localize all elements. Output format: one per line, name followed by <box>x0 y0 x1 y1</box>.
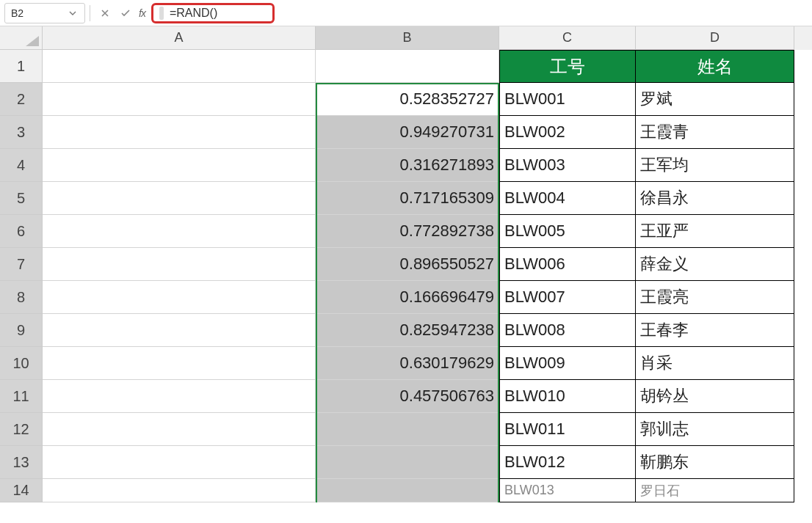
cell[interactable]: 王军均 <box>636 149 794 182</box>
cell[interactable]: BLW011 <box>499 413 636 446</box>
table-row: 4 0.316271893 BLW003 王军均 <box>0 149 812 182</box>
table-row: 13 BLW012 靳鹏东 <box>0 446 812 479</box>
cell[interactable]: BLW013 <box>499 479 636 502</box>
row-header[interactable]: 5 <box>0 182 43 215</box>
cell[interactable] <box>43 281 316 314</box>
cell[interactable]: 罗日石 <box>636 479 794 502</box>
row-header[interactable]: 8 <box>0 281 43 314</box>
confirm-formula-button[interactable] <box>117 4 134 22</box>
table-row: 12 BLW011 郭训志 <box>0 413 812 446</box>
row-header[interactable]: 1 <box>0 50 43 83</box>
column-header-A[interactable]: A <box>43 26 316 50</box>
formula-input[interactable]: =RAND() <box>170 7 217 20</box>
fx-icon[interactable]: fx <box>139 7 145 19</box>
column-header-D[interactable]: D <box>636 26 794 50</box>
row-header[interactable]: 7 <box>0 248 43 281</box>
cell[interactable]: 徐昌永 <box>636 182 794 215</box>
cell[interactable]: 胡钤丛 <box>636 380 794 413</box>
table-row: 8 0.166696479 BLW007 王霞亮 <box>0 281 812 314</box>
cell[interactable]: 罗斌 <box>636 83 794 116</box>
cell[interactable]: 0.316271893 <box>316 149 499 182</box>
formula-bar: B2 fx =RAND() <box>0 0 812 26</box>
table-row: 3 0.949270731 BLW002 王霞青 <box>0 116 812 149</box>
cell[interactable]: 0.528352727 <box>316 83 499 116</box>
row-header[interactable]: 14 <box>0 479 43 502</box>
cell[interactable]: 薛金义 <box>636 248 794 281</box>
cell[interactable] <box>43 413 316 446</box>
cell[interactable] <box>43 446 316 479</box>
cell[interactable]: 0.949270731 <box>316 116 499 149</box>
name-box[interactable]: B2 <box>4 3 85 23</box>
cell[interactable]: BLW006 <box>499 248 636 281</box>
cell[interactable]: BLW004 <box>499 182 636 215</box>
table-row: 2 0.528352727 BLW001 罗斌 <box>0 83 812 116</box>
cell[interactable]: 0.457506763 <box>316 380 499 413</box>
cell[interactable] <box>316 413 499 446</box>
row-header[interactable]: 10 <box>0 347 43 380</box>
column-header-C[interactable]: C <box>499 26 636 50</box>
cell[interactable]: 靳鹏东 <box>636 446 794 479</box>
column-header-row: A B C D <box>0 26 812 50</box>
select-all-corner[interactable] <box>0 26 43 50</box>
row-header[interactable]: 12 <box>0 413 43 446</box>
cell[interactable] <box>43 50 316 83</box>
chevron-down-icon[interactable] <box>67 7 79 19</box>
row-header[interactable]: 13 <box>0 446 43 479</box>
cancel-formula-button[interactable] <box>96 4 114 22</box>
cell[interactable]: 肖采 <box>636 347 794 380</box>
cell[interactable] <box>43 380 316 413</box>
cell[interactable]: 0.896550527 <box>316 248 499 281</box>
cell[interactable] <box>43 215 316 248</box>
cell[interactable] <box>43 314 316 347</box>
cell[interactable] <box>43 248 316 281</box>
cell[interactable]: 王霞青 <box>636 116 794 149</box>
cell[interactable] <box>316 479 499 502</box>
row-header[interactable]: 9 <box>0 314 43 347</box>
table-row: 5 0.717165309 BLW004 徐昌永 <box>0 182 812 215</box>
table-row: 11 0.457506763 BLW010 胡钤丛 <box>0 380 812 413</box>
row-header[interactable]: 3 <box>0 116 43 149</box>
cell[interactable] <box>43 83 316 116</box>
cell[interactable] <box>43 479 316 502</box>
cell[interactable]: 郭训志 <box>636 413 794 446</box>
row-header[interactable]: 11 <box>0 380 43 413</box>
cell[interactable] <box>43 347 316 380</box>
row-header[interactable]: 2 <box>0 83 43 116</box>
cell[interactable]: BLW001 <box>499 83 636 116</box>
cell[interactable]: 0.825947238 <box>316 314 499 347</box>
cell[interactable]: BLW003 <box>499 149 636 182</box>
cell[interactable]: 王春李 <box>636 314 794 347</box>
column-title-workid[interactable]: 工号 <box>499 50 636 83</box>
table-row: 14 BLW013 罗日石 <box>0 479 812 502</box>
column-title-name[interactable]: 姓名 <box>636 50 794 83</box>
cell[interactable]: 0.717165309 <box>316 182 499 215</box>
cell[interactable] <box>43 116 316 149</box>
cell[interactable]: 王霞亮 <box>636 281 794 314</box>
cell[interactable] <box>316 446 499 479</box>
cell-reference: B2 <box>11 7 23 19</box>
cell[interactable]: 0.630179629 <box>316 347 499 380</box>
table-row: 6 0.772892738 BLW005 王亚严 <box>0 215 812 248</box>
cell[interactable]: 0.166696479 <box>316 281 499 314</box>
cell[interactable]: 王亚严 <box>636 215 794 248</box>
column-header-B[interactable]: B <box>316 26 499 50</box>
cell[interactable]: BLW009 <box>499 347 636 380</box>
cell[interactable]: BLW008 <box>499 314 636 347</box>
table-row: 1 工号 姓名 <box>0 50 812 83</box>
cell[interactable] <box>43 149 316 182</box>
table-row: 10 0.630179629 BLW009 肖采 <box>0 347 812 380</box>
cell[interactable]: BLW012 <box>499 446 636 479</box>
drag-handle-icon[interactable] <box>159 7 164 20</box>
row-header[interactable]: 4 <box>0 149 43 182</box>
cell[interactable]: BLW002 <box>499 116 636 149</box>
cell[interactable]: BLW007 <box>499 281 636 314</box>
cell[interactable]: BLW010 <box>499 380 636 413</box>
cell[interactable] <box>43 182 316 215</box>
cell[interactable]: BLW005 <box>499 215 636 248</box>
formula-input-highlight: =RAND() <box>151 3 275 23</box>
row-header[interactable]: 6 <box>0 215 43 248</box>
grid-body: 1 工号 姓名 2 0.528352727 BLW001 罗斌 3 0.9492… <box>0 50 812 502</box>
cell[interactable] <box>316 50 499 83</box>
cell[interactable]: 0.772892738 <box>316 215 499 248</box>
spreadsheet-grid: A B C D 1 工号 姓名 2 0.528352727 BLW001 罗斌 … <box>0 26 812 502</box>
